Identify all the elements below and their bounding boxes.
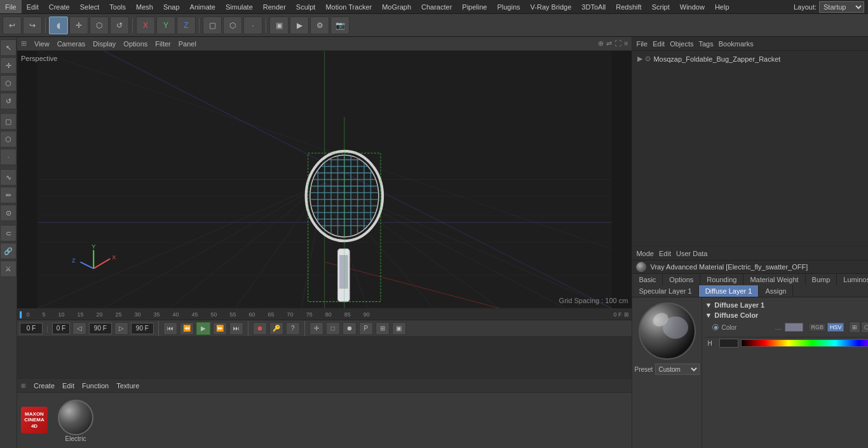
menu-plugins[interactable]: Plugins	[492, 0, 525, 13]
timeline-body[interactable]	[17, 337, 632, 378]
render-button[interactable]: ▶	[290, 17, 309, 34]
mat-function[interactable]: Function	[82, 382, 109, 390]
keyframe-button[interactable]: 🔑	[269, 322, 283, 335]
camera-button[interactable]: 📷	[330, 17, 349, 34]
h-value-input[interactable]: 0	[719, 339, 738, 348]
mat-tab-rounding[interactable]: Rounding	[700, 274, 743, 285]
mat-edit[interactable]: Edit	[62, 382, 74, 390]
mat-tab-basic[interactable]: Basic	[632, 274, 663, 285]
viewport-display[interactable]: Display	[93, 40, 116, 48]
hsv-button[interactable]: HSV	[827, 323, 844, 332]
menu-mesh[interactable]: Mesh	[131, 0, 158, 13]
sidebar-magnet-tool[interactable]: 🔗	[0, 243, 17, 259]
sidebar-deform-tool[interactable]: ⊂	[0, 225, 17, 241]
viewport-canvas[interactable]: X Y Z Perspective Grid Spacing : 100 cm	[17, 51, 632, 308]
sidebar-paint-tool[interactable]: ✏	[0, 187, 17, 203]
tex-icon-2[interactable]: ⬡	[861, 322, 868, 333]
menu-window[interactable]: Window	[675, 0, 710, 13]
viewport-filter[interactable]: Filter	[155, 40, 170, 48]
menu-simulate[interactable]: Simulate	[220, 0, 258, 13]
tex-icon-1[interactable]: ⊞	[849, 322, 860, 333]
mat-tab-options[interactable]: Options	[663, 274, 700, 285]
mat-tab-luminosity[interactable]: Luminosity Layer	[837, 274, 868, 285]
mat-tab-bump[interactable]: Bump	[806, 274, 837, 285]
menu-script[interactable]: Script	[647, 0, 675, 13]
sidebar-move-tool[interactable]: ✛	[0, 57, 17, 74]
menu-redshift[interactable]: Redshift	[611, 0, 646, 13]
mat-tab-diffuse[interactable]: Diffuse Layer 1	[699, 285, 759, 297]
viewport-icon-4[interactable]: ≡	[624, 39, 628, 48]
menu-snap[interactable]: Snap	[158, 0, 185, 13]
key-mode[interactable]: □	[326, 322, 340, 335]
mat-create[interactable]: Create	[34, 382, 55, 390]
h-slider[interactable]	[741, 339, 868, 347]
menu-help[interactable]: Help	[710, 0, 735, 13]
viewport-cameras[interactable]: Cameras	[57, 40, 86, 48]
current-frame-input[interactable]	[20, 323, 43, 334]
redo-button[interactable]: ↪	[23, 17, 42, 34]
menu-character[interactable]: Character	[416, 0, 457, 13]
obj-manager-content[interactable]: ▶ ⊙ Mosqzap_Foldable_Bug_Zapper_Racket 👁	[632, 51, 868, 246]
obj-item-racket[interactable]: ▶ ⊙ Mosqzap_Foldable_Bug_Zapper_Racket 👁	[635, 53, 868, 64]
viewport-options[interactable]: Options	[123, 40, 147, 48]
mat-user-data[interactable]: User Data	[676, 250, 708, 257]
menu-3dtoall[interactable]: 3DToAll	[576, 0, 611, 13]
cube-mode-button[interactable]: ▢	[203, 17, 222, 34]
layout-dropdown[interactable]: Startup Standard	[819, 1, 864, 13]
viewport-panel[interactable]: Panel	[179, 40, 196, 48]
play-button[interactable]: ▶	[196, 322, 210, 335]
mat-tab-assign[interactable]: Assign	[759, 285, 793, 297]
auto-key[interactable]: ⏺	[342, 322, 356, 335]
edge-mode-button[interactable]: ⬡	[223, 17, 242, 34]
y-axis-button[interactable]: Y	[156, 17, 175, 34]
diffuse-layer-header[interactable]: ▼ Diffuse Layer 1	[705, 300, 868, 310]
viewport-view[interactable]: View	[34, 40, 50, 48]
preview-toggle[interactable]: ▣	[392, 322, 406, 335]
start-frame-input[interactable]	[52, 323, 70, 334]
menu-file[interactable]: File	[0, 0, 22, 13]
obj-mgr-file[interactable]: File	[636, 40, 648, 48]
sidebar-spline-tool[interactable]: ∿	[0, 169, 17, 186]
move-tool-button[interactable]: ✛	[69, 17, 88, 34]
menu-create[interactable]: Create	[44, 0, 75, 13]
sidebar-arrow-tool[interactable]: ↖	[0, 39, 17, 56]
sidebar-rotate-tool[interactable]: ↺	[0, 93, 17, 109]
record-button[interactable]: ⏺	[253, 322, 267, 335]
diffuse-color-header[interactable]: ▼ Diffuse Color	[705, 310, 868, 320]
menu-tools[interactable]: Tools	[104, 0, 131, 13]
preset-dropdown[interactable]: Custom Default	[655, 363, 700, 375]
step-back-button[interactable]: ⏪	[180, 322, 194, 335]
help-button[interactable]: ?	[286, 322, 300, 335]
scale-tool-button[interactable]: ⬡	[90, 17, 109, 34]
viewport-icon-2[interactable]: ⇌	[606, 39, 612, 48]
sidebar-sculpt-tool[interactable]: ⊙	[0, 205, 17, 221]
menu-mograph[interactable]: MoGraph	[377, 0, 416, 13]
obj-mgr-objects[interactable]: Objects	[670, 40, 693, 48]
step-fwd-button[interactable]: ⏩	[213, 322, 227, 335]
undo-button[interactable]: ↩	[3, 17, 22, 34]
menu-motion-tracker[interactable]: Motion Tracker	[320, 0, 377, 13]
range-end-input[interactable]	[131, 323, 154, 334]
menu-select[interactable]: Select	[75, 0, 105, 13]
go-first-button[interactable]: ⏮	[163, 322, 177, 335]
end-frame-input[interactable]	[89, 323, 112, 334]
go-last-button[interactable]: ⏭	[229, 322, 243, 335]
rotate-tool-button[interactable]: ↺	[110, 17, 129, 34]
sidebar-edge-tool[interactable]: ⬡	[0, 131, 17, 147]
viewport-icon-1[interactable]: ⊕	[598, 39, 604, 48]
render-settings-button[interactable]: ⚙	[310, 17, 329, 34]
menu-vray[interactable]: V-Ray Bridge	[526, 0, 577, 13]
menu-edit[interactable]: Edit	[22, 0, 44, 13]
sidebar-poly-tool[interactable]: ▢	[0, 113, 17, 130]
render-region-button[interactable]: ▣	[269, 17, 288, 34]
menu-pipeline[interactable]: Pipeline	[457, 0, 492, 13]
menu-sculpt[interactable]: Sculpt	[291, 0, 321, 13]
snap-button[interactable]: ✛	[309, 322, 323, 335]
sidebar-knife-tool[interactable]: ⚔	[0, 261, 17, 277]
obj-mgr-bookmarks[interactable]: Bookmarks	[719, 40, 754, 48]
mat-edit[interactable]: Edit	[659, 250, 671, 257]
motion-path[interactable]: P	[359, 322, 373, 335]
obj-mgr-tags[interactable]: Tags	[698, 40, 713, 48]
select-tool-button[interactable]: ◖	[49, 17, 68, 34]
menu-animate[interactable]: Animate	[185, 0, 220, 13]
